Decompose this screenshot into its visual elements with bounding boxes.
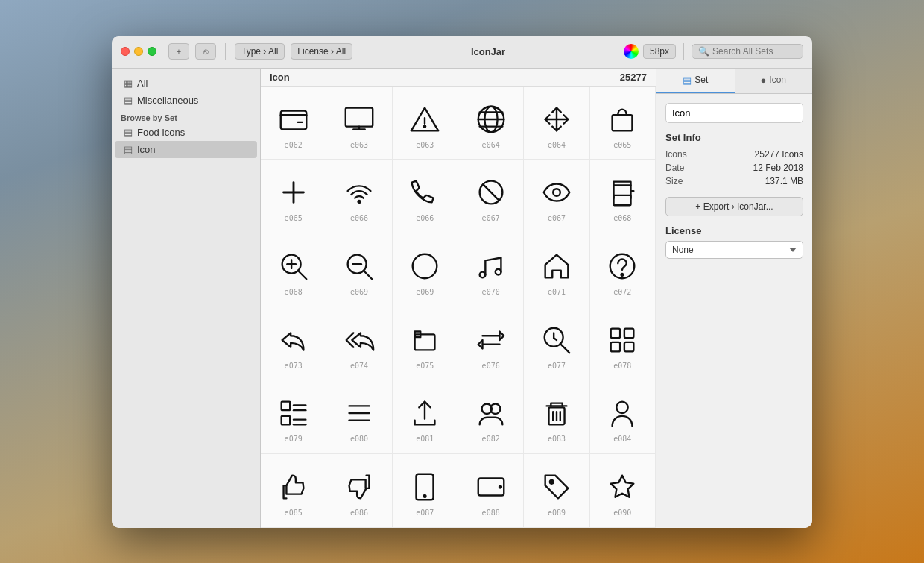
icon-cell-monitor[interactable]: e063	[326, 87, 392, 160]
icon-cell-move[interactable]: e064	[524, 87, 589, 160]
icon-cell-search-time[interactable]: e077	[524, 306, 589, 380]
icon-cell-eye[interactable]: e067	[524, 160, 589, 233]
icon-code: e070	[482, 288, 500, 296]
icon-code: e089	[548, 509, 566, 517]
app-window: + ⎋ Type › All License › All IconJar 58p…	[112, 36, 812, 528]
tab-icon[interactable]: ● Icon	[735, 69, 813, 93]
type-filter-label: Type › All	[241, 46, 278, 57]
sidebar-item-all[interactable]: ▦ All	[115, 75, 257, 92]
icon-cell-bag[interactable]: e065	[590, 87, 656, 160]
icon-cell-tag[interactable]: e089	[524, 454, 589, 528]
icon-cell-thumbs-up[interactable]: e085	[261, 454, 326, 528]
sidebar-item-misc[interactable]: ▤ Miscellaneous	[115, 92, 257, 109]
right-panel-tabs: ▤ Set ● Icon	[656, 69, 812, 94]
sidebar-item-food-label: Food Icons	[137, 127, 185, 138]
icon-cell-wallet[interactable]: e062	[261, 87, 326, 160]
close-button[interactable]	[121, 47, 130, 56]
icon-cell-home[interactable]: e071	[524, 233, 589, 307]
icon-cell-thumbs-down[interactable]: e086	[326, 454, 392, 528]
icon-cell-list[interactable]: e080	[326, 380, 392, 454]
icon-cell-globe[interactable]: e064	[458, 87, 524, 160]
circle-icon	[408, 249, 442, 283]
license-filter[interactable]: License › All	[291, 43, 352, 60]
icon-code: e072	[613, 288, 631, 296]
search-input[interactable]	[712, 46, 797, 57]
icon-code: e084	[613, 435, 631, 443]
icon-grid-header-label: Icon	[270, 72, 290, 83]
icon-cell-print[interactable]: e068	[590, 160, 656, 233]
export-button[interactable]: ⎋	[195, 43, 216, 60]
add-button[interactable]: +	[168, 43, 189, 60]
icon-cell-help[interactable]: e072	[590, 233, 656, 307]
icon-cell-list-grid[interactable]: e079	[261, 380, 326, 454]
icon-grid-header: Icon 25277	[261, 69, 656, 87]
trash-icon	[539, 396, 574, 430]
warning-icon	[408, 102, 442, 136]
icon-cell-grid-4[interactable]: e078	[590, 306, 656, 380]
list-grid-icon	[276, 396, 311, 430]
minimize-button[interactable]	[134, 47, 143, 56]
icon-code: e075	[416, 362, 434, 370]
search-bar[interactable]: 🔍	[692, 44, 803, 59]
icon-cell-repeat[interactable]: e076	[458, 306, 524, 380]
icon-code: e085	[285, 509, 303, 517]
icons-label: Icons	[665, 149, 687, 160]
svg-point-50	[550, 480, 554, 484]
name-input[interactable]	[665, 103, 803, 123]
icons-value: 25277 Icons	[755, 149, 803, 160]
icon-cell-plus[interactable]: e065	[261, 160, 326, 233]
icon-cell-zoom-in[interactable]: e068	[261, 233, 326, 307]
icon-cell-person[interactable]: e084	[590, 380, 656, 454]
icon-cell-music[interactable]: e070	[458, 233, 524, 307]
type-filter[interactable]: Type › All	[235, 43, 285, 60]
icon-grid: e062 e063 e063	[261, 87, 656, 528]
sidebar-item-icon[interactable]: ▤ Icon	[115, 141, 257, 158]
undo-icon	[408, 323, 442, 357]
sidebar-item-icon-label: Icon	[137, 144, 156, 155]
wifi-icon	[342, 175, 376, 210]
license-title: License	[665, 225, 803, 236]
icon-cell-tablet[interactable]: e087	[393, 454, 458, 528]
svg-point-19	[479, 272, 485, 278]
phone-icon	[408, 175, 442, 210]
icon-cell-undo[interactable]: e075	[393, 306, 458, 380]
icon-cell-reply[interactable]: e073	[261, 306, 326, 380]
icon-cell-upload[interactable]: e081	[393, 380, 458, 454]
icon-cell-zoom-out[interactable]: e069	[326, 233, 392, 307]
icon-code: e065	[285, 214, 303, 222]
icon-cell-trash[interactable]: e083	[524, 380, 589, 454]
export-button[interactable]: + Export › IconJar...	[665, 197, 803, 216]
upload-icon	[408, 396, 442, 430]
icon-cell-wifi[interactable]: e066	[326, 160, 392, 233]
icon-code: e081	[416, 435, 434, 443]
sidebar-item-misc-label: Miscellaneous	[137, 95, 198, 106]
sidebar-item-food[interactable]: ▤ Food Icons	[115, 124, 257, 141]
icon-code: e077	[548, 362, 566, 370]
icon-cell-group[interactable]: e082	[458, 380, 524, 454]
svg-rect-10	[614, 195, 631, 205]
icon-code: e067	[548, 214, 566, 222]
icon-cell-warning[interactable]: e063	[393, 87, 458, 160]
icon-cell-reply-all[interactable]: e074	[326, 306, 392, 380]
icon-cell-phone[interactable]: e066	[393, 160, 458, 233]
icon-cell-block[interactable]: e067	[458, 160, 524, 233]
icon-code: e086	[350, 509, 368, 517]
right-panel: ▤ Set ● Icon Set Info Icons 25277 Icons	[656, 69, 812, 528]
icon-cell-circle[interactable]: e069	[393, 233, 458, 307]
icon-code: e068	[613, 214, 631, 222]
license-select[interactable]: None	[665, 241, 803, 259]
icon-cell-star[interactable]: e090	[590, 454, 656, 528]
bag-icon	[605, 102, 639, 136]
home-icon	[539, 249, 574, 283]
icon-cell-tablet-landscape[interactable]: e088	[458, 454, 524, 528]
tab-set[interactable]: ▤ Set	[656, 69, 735, 93]
color-wheel-icon[interactable]	[624, 44, 639, 59]
license-filter-label: License › All	[297, 46, 346, 57]
print-icon	[605, 175, 639, 210]
star-icon	[605, 470, 639, 504]
maximize-button[interactable]	[148, 47, 156, 56]
globe-icon	[474, 102, 508, 136]
size-label: Size	[665, 176, 683, 186]
search-icon: 🔍	[698, 46, 709, 57]
size-badge[interactable]: 58px	[643, 44, 676, 59]
